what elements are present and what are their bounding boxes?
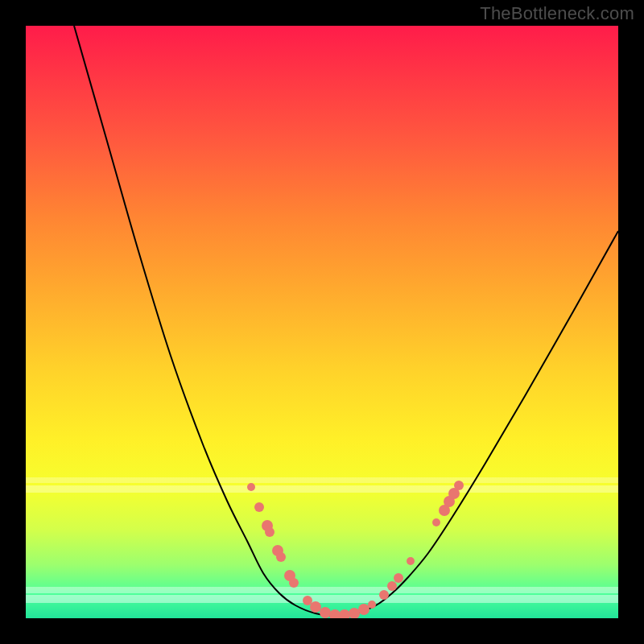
curve-marker: [454, 481, 464, 490]
curve-marker: [265, 527, 275, 537]
curve-marker: [329, 609, 341, 618]
curve-marker: [368, 601, 376, 609]
curve-marker: [320, 607, 331, 618]
curve-marker: [349, 608, 360, 618]
curve-marker: [379, 590, 389, 600]
curve-marker: [358, 604, 369, 615]
curve-marker: [387, 581, 397, 591]
chart-frame: TheBottleneck.com: [0, 0, 644, 644]
chart-svg: [26, 26, 618, 618]
curve-marker: [276, 552, 286, 562]
curve-marker: [289, 578, 299, 588]
curve-marker: [247, 483, 255, 491]
curve-marker: [407, 557, 415, 565]
curve-marker: [339, 609, 350, 618]
curve-marker: [254, 502, 264, 512]
bottleneck-curve: [74, 26, 618, 616]
watermark-text: TheBottleneck.com: [480, 3, 634, 24]
chart-plot-area: [26, 26, 618, 618]
curve-marker: [432, 518, 440, 526]
curve-marker: [310, 601, 321, 613]
curve-marker: [394, 573, 403, 583]
